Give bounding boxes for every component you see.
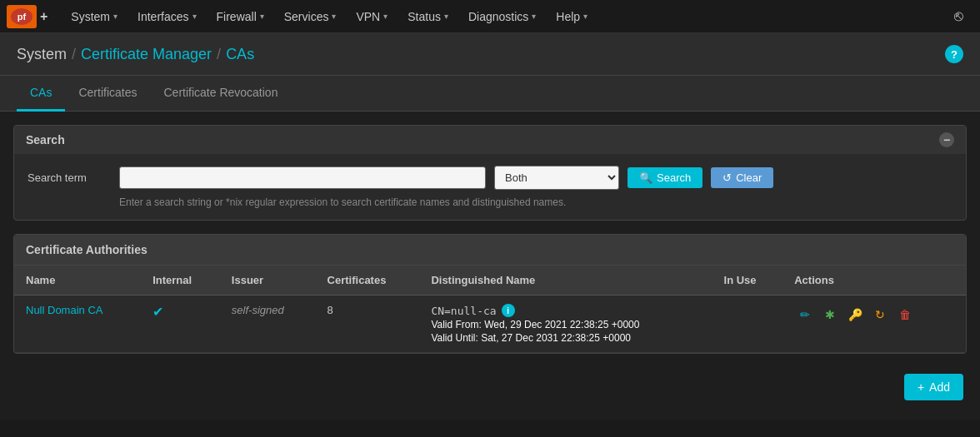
table-title: Certificate Authorities	[14, 235, 966, 265]
dn-main: CN=null-ca i	[431, 304, 700, 317]
tab-cas[interactable]: CAs	[17, 76, 65, 112]
chevron-down-icon: ▾	[444, 12, 448, 21]
logout-button[interactable]: ⎋	[944, 7, 973, 25]
ca-in-use	[712, 295, 783, 353]
col-dn: Distinguished Name	[419, 266, 712, 295]
main-content: Search − Search term Both Name Distingui…	[0, 112, 980, 420]
edit-button[interactable]: ✏	[794, 304, 816, 325]
navbar: pf + System ▾ Interfaces ▾ Firewall ▾ Se…	[0, 0, 980, 33]
nav-system[interactable]: System ▾	[61, 0, 128, 33]
breadcrumb-bar: System / Certificate Manager / CAs ?	[0, 33, 980, 76]
add-icon: +	[918, 380, 924, 394]
breadcrumb: System / Certificate Manager / CAs	[17, 46, 254, 63]
brand: pf +	[7, 5, 48, 28]
nav-firewall[interactable]: Firewall ▾	[207, 0, 274, 33]
chevron-down-icon: ▾	[113, 12, 118, 21]
tabs-bar: CAs Certificates Certificate Revocation	[0, 76, 980, 112]
table-header-row: Name Internal Issuer Certificates Distin…	[14, 266, 966, 295]
ca-name[interactable]: Null Domain CA	[14, 295, 141, 353]
nav-diagnostics[interactable]: Diagnostics ▾	[458, 0, 546, 33]
nav-right: ⎋	[944, 7, 973, 25]
search-panel-title: Search	[26, 133, 65, 146]
chevron-down-icon: ▾	[583, 12, 588, 21]
certificate-authorities-table: Certificate Authorities Name Internal Is…	[13, 234, 967, 354]
search-button[interactable]: 🔍 Search	[628, 167, 702, 188]
nav-help[interactable]: Help ▾	[546, 0, 598, 33]
col-internal: Internal	[141, 266, 220, 295]
ca-certificates: 8	[316, 295, 420, 353]
dn-text: CN=null-ca	[431, 305, 496, 317]
search-hint: Enter a search string or *nix regular ex…	[119, 196, 952, 208]
col-in-use: In Use	[712, 266, 783, 295]
ca-dn: CN=null-ca i Valid From: Wed, 29 Dec 202…	[419, 295, 712, 353]
chevron-down-icon: ▾	[192, 12, 197, 21]
search-input[interactable]	[119, 166, 486, 189]
breadcrumb-cas: CAs	[226, 46, 254, 63]
help-icon[interactable]: ?	[945, 45, 963, 63]
ca-actions: ✏ ✱ 🔑 ↻ 🗑	[782, 295, 966, 353]
ca-internal: ✔	[141, 295, 220, 353]
breadcrumb-sep1: /	[72, 46, 76, 63]
col-certificates: Certificates	[316, 266, 420, 295]
nav-services[interactable]: Services ▾	[274, 0, 347, 33]
search-row: Search term Both Name Distinguished Name…	[28, 166, 952, 190]
key-button[interactable]: 🔑	[844, 304, 866, 325]
col-actions: Actions	[782, 266, 966, 295]
collapse-icon[interactable]: −	[939, 132, 954, 147]
table-row: Null Domain CA ✔ self-signed 8 CN=null-c…	[14, 295, 966, 353]
breadcrumb-cert-manager[interactable]: Certificate Manager	[81, 46, 212, 63]
valid-from: Valid From: Wed, 29 Dec 2021 22:38:25 +0…	[431, 319, 700, 330]
tab-certificates[interactable]: Certificates	[65, 76, 150, 112]
info-icon[interactable]: i	[502, 304, 515, 317]
ca-issuer: self-signed	[220, 295, 316, 353]
search-panel-body: Search term Both Name Distinguished Name…	[14, 154, 966, 220]
chevron-down-icon: ▾	[260, 12, 264, 21]
search-panel-header[interactable]: Search −	[14, 126, 966, 154]
col-name: Name	[14, 266, 141, 295]
valid-until: Valid Until: Sat, 27 Dec 2031 22:38:25 +…	[431, 332, 700, 344]
brand-logo: pf	[7, 5, 37, 28]
clear-button[interactable]: ↺ Clear	[711, 167, 773, 188]
chevron-down-icon: ▾	[332, 12, 336, 21]
export-button[interactable]: ✱	[819, 304, 841, 325]
dn-block: CN=null-ca i Valid From: Wed, 29 Dec 202…	[431, 304, 700, 344]
brand-plus-text: +	[40, 9, 48, 24]
breadcrumb-sep2: /	[217, 46, 221, 63]
nav-status[interactable]: Status ▾	[398, 0, 458, 33]
nav-interfaces[interactable]: Interfaces ▾	[128, 0, 206, 33]
renew-button[interactable]: ↻	[869, 304, 891, 325]
search-icon: 🔍	[639, 171, 652, 184]
ca-table: Name Internal Issuer Certificates Distin…	[14, 265, 966, 353]
chevron-down-icon: ▾	[532, 12, 536, 21]
nav-menu: System ▾ Interfaces ▾ Firewall ▾ Service…	[61, 0, 944, 33]
footer-bar: + Add	[13, 367, 967, 407]
nav-vpn[interactable]: VPN ▾	[346, 0, 398, 33]
search-panel: Search − Search term Both Name Distingui…	[13, 125, 967, 221]
search-scope-select[interactable]: Both Name Distinguished Name	[494, 166, 619, 190]
check-icon: ✔	[152, 305, 163, 319]
actions-group: ✏ ✱ 🔑 ↻ 🗑	[794, 304, 954, 325]
reset-icon: ↺	[722, 171, 732, 184]
chevron-down-icon: ▾	[383, 12, 388, 21]
delete-button[interactable]: 🗑	[894, 304, 916, 325]
tab-certificate-revocation[interactable]: Certificate Revocation	[150, 76, 291, 112]
breadcrumb-system: System	[17, 46, 67, 63]
search-term-label: Search term	[28, 171, 111, 184]
svg-text:pf: pf	[18, 12, 27, 22]
col-issuer: Issuer	[220, 266, 316, 295]
add-button[interactable]: + Add	[904, 374, 963, 400]
